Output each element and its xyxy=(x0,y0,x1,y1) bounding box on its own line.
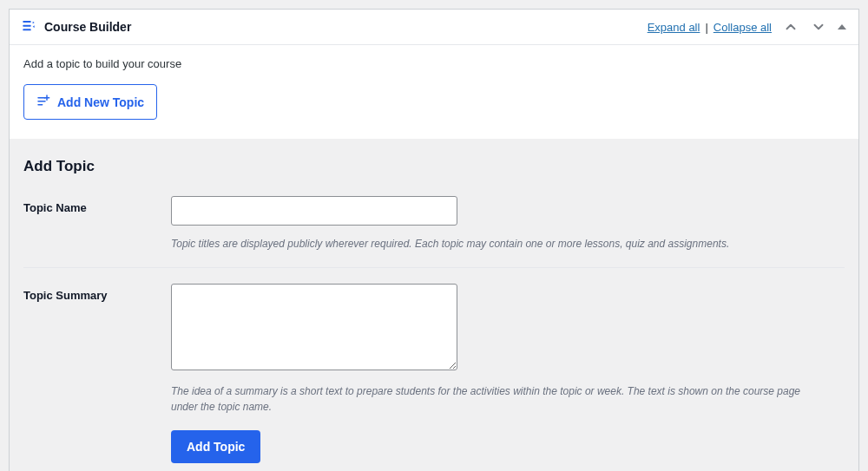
add-topic-submit-button[interactable]: Add Topic xyxy=(171,430,260,463)
svg-rect-0 xyxy=(23,21,30,23)
topic-name-input-col: Topic titles are displayed publicly wher… xyxy=(171,196,845,252)
course-builder-panel: Course Builder Expand all | Collapse all… xyxy=(9,9,859,471)
add-list-icon xyxy=(36,94,50,110)
svg-rect-1 xyxy=(23,24,30,26)
topic-name-row: Topic Name Topic titles are displayed pu… xyxy=(23,196,845,268)
panel-controls: Expand all | Collapse all xyxy=(648,18,846,36)
topic-summary-help: The idea of a summary is a short text to… xyxy=(171,383,813,415)
toggle-panel-button[interactable] xyxy=(838,24,846,29)
add-new-topic-label: Add New Topic xyxy=(57,95,144,109)
add-topic-form: Add Topic Topic Name Topic titles are di… xyxy=(10,139,858,471)
instruction-text: Add a topic to build your course xyxy=(23,57,845,70)
svg-rect-2 xyxy=(23,29,30,30)
topic-name-label: Topic Name xyxy=(23,196,171,214)
move-down-button[interactable] xyxy=(810,18,827,36)
topic-summary-label: Topic Summary xyxy=(23,284,171,302)
topic-summary-input-col: The idea of a summary is a short text to… xyxy=(171,284,845,463)
expand-all-link[interactable]: Expand all xyxy=(648,21,700,34)
topic-summary-input[interactable] xyxy=(171,284,457,370)
topic-summary-row: Topic Summary The idea of a summary is a… xyxy=(23,284,845,471)
add-new-topic-button[interactable]: Add New Topic xyxy=(23,84,157,120)
form-title: Add Topic xyxy=(23,158,845,175)
expand-collapse-links: Expand all | Collapse all xyxy=(648,21,772,34)
panel-body: Add a topic to build your course Add New… xyxy=(10,45,858,139)
topic-name-input[interactable] xyxy=(171,196,457,226)
course-builder-icon xyxy=(22,19,36,36)
move-up-button[interactable] xyxy=(782,18,799,36)
panel-header: Course Builder Expand all | Collapse all xyxy=(10,10,858,45)
topic-name-help: Topic titles are displayed publicly wher… xyxy=(171,236,813,252)
submit-label: Add Topic xyxy=(187,440,245,454)
panel-title-group: Course Builder xyxy=(22,19,131,36)
panel-title: Course Builder xyxy=(44,20,131,34)
collapse-all-link[interactable]: Collapse all xyxy=(713,21,772,34)
separator: | xyxy=(703,21,709,34)
